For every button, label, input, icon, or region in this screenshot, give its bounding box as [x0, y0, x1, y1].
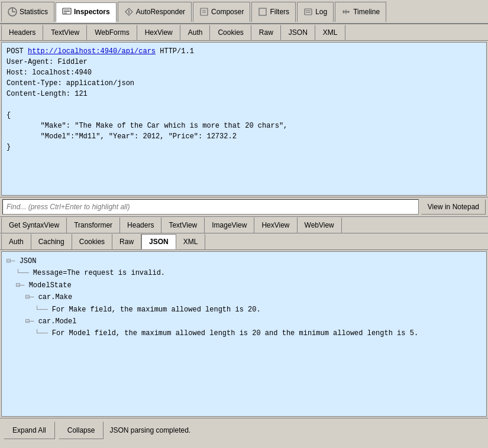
connector-car-make-msg: └──	[35, 304, 52, 316]
request-url[interactable]: http://localhost:4940/api/cars	[28, 47, 156, 56]
request-protocol: HTTP/1.1 User-Agent: Fiddler Host: local…	[7, 47, 287, 151]
resp-tab-xml[interactable]: XML	[176, 234, 206, 249]
request-sub-tabs: Headers TextView WebForms HexView Auth C…	[0, 24, 488, 41]
req-tab-webforms[interactable]: WebForms	[87, 25, 137, 40]
tab-autoresponder-label: AutoResponder	[136, 8, 185, 16]
tab-log[interactable]: Log	[297, 2, 334, 22]
resp-tab-json[interactable]: JSON	[141, 234, 176, 249]
req-tab-auth[interactable]: Auth	[180, 25, 211, 40]
connector-car-make: ⊟─	[25, 291, 38, 303]
tab-autoresponder[interactable]: AutoResponder	[118, 2, 192, 22]
tree-row-message: └── Message=The request is invalid.	[7, 267, 481, 279]
label-modelstate: ModelState	[29, 280, 72, 291]
resp-tab-getsyntaxview[interactable]: Get SyntaxView	[1, 217, 67, 233]
resp-tab-hexview[interactable]: HexView	[254, 217, 297, 233]
label-car-make-msg: For Make field, the maximum allowed leng…	[52, 304, 261, 316]
tree-row-car-make: ⊟─ car.Make	[7, 291, 481, 303]
find-input[interactable]	[2, 199, 419, 215]
label-message: Message=The request is invalid.	[33, 267, 165, 279]
resp-tab-imageview[interactable]: ImageView	[205, 217, 254, 233]
svg-rect-9	[201, 8, 208, 15]
collapse-button[interactable]: Collapse	[59, 421, 104, 439]
resp-tab-webview[interactable]: WebView	[298, 217, 342, 233]
resp-tab-cookies[interactable]: Cookies	[72, 234, 112, 249]
expand-all-button[interactable]: Expand All	[4, 421, 55, 439]
svg-rect-12	[259, 8, 266, 15]
inspectors-icon	[62, 7, 72, 17]
request-method: POST	[7, 47, 28, 56]
tab-inspectors-label: Inspectors	[74, 8, 110, 16]
label-car-model-msg: For Model field, the maximum allowed len…	[52, 327, 418, 339]
req-tab-hexview[interactable]: HexView	[137, 25, 180, 40]
resp-tab-headers[interactable]: Headers	[120, 217, 161, 233]
tree-row-car-model-msg: └── For Model field, the maximum allowed…	[7, 327, 481, 339]
view-in-notepad-button[interactable]: View in Notepad	[421, 199, 486, 215]
connector-car-model: ⊟─	[25, 316, 38, 327]
composer-icon	[199, 7, 209, 17]
find-bar: View in Notepad	[0, 197, 488, 217]
tab-composer-label: Composer	[211, 8, 244, 16]
response-tabs-row2: Auth Caching Cookies Raw JSON XML	[0, 233, 488, 250]
req-tab-raw[interactable]: Raw	[251, 25, 281, 40]
response-tabs-row1: Get SyntaxView Transformer Headers TextV…	[0, 217, 488, 233]
bottom-bar: Expand All Collapse JSON parsing complet…	[0, 418, 488, 441]
req-tab-cookies[interactable]: Cookies	[210, 25, 251, 40]
connector-json-root: ⊟─	[7, 255, 20, 267]
tab-filters[interactable]: Filters	[251, 2, 296, 22]
timeline-icon	[341, 7, 351, 17]
request-pane: POST http://localhost:4940/api/cars HTTP…	[1, 42, 487, 196]
connector-car-model-msg: └──	[35, 327, 52, 339]
tree-row-modelstate: ⊟─ ModelState	[7, 280, 481, 291]
resp-tab-caching[interactable]: Caching	[31, 234, 72, 249]
tab-timeline[interactable]: Timeline	[335, 2, 386, 22]
resp-tab-raw[interactable]: Raw	[112, 234, 141, 249]
top-tab-bar: Statistics Inspectors AutoResponder Comp…	[0, 0, 488, 24]
tab-filters-label: Filters	[270, 8, 289, 16]
resp-tab-transformer[interactable]: Transformer	[67, 217, 120, 233]
json-status-text: JSON parsing completed.	[109, 426, 190, 434]
tab-inspectors[interactable]: Inspectors	[56, 2, 117, 22]
req-tab-xml[interactable]: XML	[315, 25, 345, 40]
connector-message: └──	[16, 267, 33, 279]
req-tab-json[interactable]: JSON	[281, 25, 315, 40]
tab-composer[interactable]: Composer	[193, 2, 250, 22]
tree-row-car-make-msg: └── For Make field, the maximum allowed …	[7, 304, 481, 316]
log-icon	[303, 7, 313, 17]
svg-rect-13	[305, 9, 312, 15]
connector-modelstate: ⊟─	[16, 280, 29, 291]
label-car-model: car.Model	[38, 316, 77, 327]
stats-icon	[8, 7, 17, 17]
tab-statistics-label: Statistics	[20, 8, 48, 16]
req-tab-headers[interactable]: Headers	[1, 25, 43, 40]
autoresponder-icon	[124, 7, 134, 17]
tree-row-json-root: ⊟─ JSON	[7, 255, 481, 267]
filters-icon	[258, 7, 267, 17]
tab-timeline-label: Timeline	[353, 8, 380, 16]
tree-row-car-model: ⊟─ car.Model	[7, 316, 481, 327]
resp-tab-auth[interactable]: Auth	[1, 234, 31, 249]
tab-log-label: Log	[315, 8, 327, 16]
label-json-root: JSON	[20, 255, 37, 267]
resp-tab-textview[interactable]: TextView	[161, 217, 205, 233]
label-car-make: car.Make	[38, 291, 73, 303]
req-tab-textview[interactable]: TextView	[43, 25, 87, 40]
tab-statistics[interactable]: Statistics	[1, 2, 54, 22]
json-tree-pane: ⊟─ JSON └── Message=The request is inval…	[1, 251, 487, 417]
